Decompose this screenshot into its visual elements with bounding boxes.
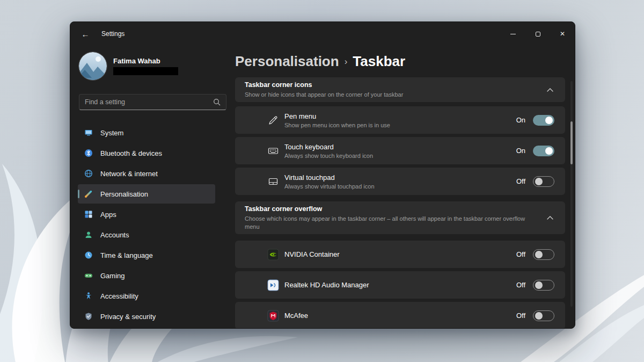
touch-keyboard-toggle[interactable]	[533, 146, 554, 156]
sidebar-item-label: Network & internet	[100, 170, 158, 178]
setting-row-virtual-touchpad: Virtual touchpad Always show virtual tou…	[235, 168, 565, 195]
back-arrow-icon: ←	[82, 30, 90, 39]
sidebar-item-time-language[interactable]: Time & language	[78, 245, 215, 265]
maximize-icon	[536, 32, 540, 37]
user-profile: Fatima Wahab	[70, 46, 235, 80]
sidebar-item-label: Privacy & security	[100, 313, 156, 321]
sidebar-item-label: Personalisation	[100, 190, 148, 198]
accounts-icon	[84, 230, 93, 239]
settings-window: ← Settings ✕	[70, 21, 575, 329]
section-taskbar-corner-overflow[interactable]: Taskbar corner overflow Choose which ico…	[235, 201, 565, 234]
row-title: NVIDIA Container	[284, 250, 340, 259]
setting-row-touch-keyboard: Touch keyboard Always show touch keyboar…	[235, 137, 565, 164]
pen-menu-toggle[interactable]	[533, 115, 554, 126]
section-subtitle: Choose which icons may appear in the tas…	[245, 215, 537, 231]
setting-row-realtek-hd-audio-manager: Realtek HD Audio Manager Off	[235, 271, 565, 299]
row-subtitle: Always show touch keyboard icon	[284, 152, 373, 160]
user-name: Fatima Wahab	[113, 57, 178, 66]
settings-cards: Taskbar corner icons Show or hide icons …	[235, 77, 565, 329]
section-taskbar-corner-icons[interactable]: Taskbar corner icons Show or hide icons …	[235, 77, 565, 102]
row-subtitle: Show pen menu icon when pen is in use	[284, 121, 390, 129]
sidebar-nav: System Bluetooth & devices Network & int…	[70, 123, 235, 326]
toggle-state-label: Off	[516, 250, 525, 258]
section-subtitle: Show or hide icons that appear on the co…	[245, 91, 537, 99]
minimize-icon	[510, 34, 516, 34]
close-button[interactable]: ✕	[550, 22, 575, 46]
row-text: Virtual touchpad Always show virtual tou…	[284, 173, 375, 190]
nvidia-icon	[267, 249, 279, 260]
titlebar: ← Settings ✕	[70, 22, 575, 46]
scrollbar-thumb[interactable]	[570, 121, 573, 164]
virtual-touchpad-toggle[interactable]	[533, 176, 554, 187]
row-text: Touch keyboard Always show touch keyboar…	[284, 142, 373, 160]
sidebar-item-privacy-security[interactable]: Privacy & security	[78, 307, 215, 326]
mcafee-toggle[interactable]	[533, 310, 554, 321]
page-title: Taskbar	[353, 52, 405, 70]
row-text: NVIDIA Container	[284, 250, 340, 259]
sidebar-item-label: System	[100, 129, 123, 137]
row-title: Pen menu	[284, 112, 390, 121]
sidebar-item-apps[interactable]: Apps	[78, 205, 215, 224]
setting-row-nvidia-container: NVIDIA Container Off	[235, 241, 565, 268]
toggle-state-label: On	[516, 116, 525, 124]
maximize-button[interactable]	[525, 22, 550, 46]
network-icon	[84, 169, 93, 178]
toggle-state-label: Off	[516, 177, 525, 185]
sidebar-item-accounts[interactable]: Accounts	[78, 225, 215, 244]
toggle-knob	[535, 281, 543, 289]
window-controls: ✕	[501, 22, 575, 46]
sidebar-item-accessibility[interactable]: Accessibility	[78, 286, 215, 306]
sidebar-item-label: Apps	[100, 211, 116, 219]
row-title: McAfee	[284, 311, 308, 320]
privacy-icon	[84, 312, 93, 321]
sidebar-item-label: Accounts	[100, 231, 129, 239]
chevron-up-icon[interactable]	[545, 86, 555, 94]
toggle-knob	[545, 117, 553, 124]
system-icon	[84, 128, 93, 137]
toggle-knob	[545, 147, 553, 155]
close-icon: ✕	[560, 31, 565, 37]
mcafee-icon	[267, 310, 279, 322]
row-right: Off	[516, 310, 554, 321]
sidebar-item-bluetooth-devices[interactable]: Bluetooth & devices	[78, 143, 215, 163]
section-title: Taskbar corner icons	[245, 81, 537, 90]
section-text: Taskbar corner icons Show or hide icons …	[245, 81, 545, 99]
sidebar-item-system[interactable]: System	[78, 123, 215, 142]
pen-icon	[267, 114, 279, 126]
breadcrumb-parent[interactable]: Personalisation	[235, 52, 339, 70]
sidebar-item-label: Bluetooth & devices	[100, 149, 162, 157]
avatar	[79, 52, 107, 80]
chevron-up-icon[interactable]	[545, 214, 555, 222]
search-icon	[213, 98, 221, 106]
nvidia-container-toggle[interactable]	[533, 249, 554, 260]
accessibility-icon	[84, 292, 93, 300]
back-button[interactable]: ←	[75, 25, 96, 43]
main-content: Personalisation › Taskbar Taskbar corner…	[235, 46, 565, 328]
scrollbar[interactable]	[570, 81, 573, 307]
row-right: On	[516, 146, 554, 156]
realtek-hd-audio-manager-toggle[interactable]	[533, 280, 554, 291]
toggle-knob	[535, 251, 543, 258]
row-subtitle: Always show virtual touchpad icon	[284, 183, 375, 190]
sidebar-item-personalisation[interactable]: Personalisation	[78, 184, 215, 204]
sidebar: Fatima Wahab System Bluetooth & dev	[70, 46, 235, 328]
section-text: Taskbar corner overflow Choose which ico…	[245, 205, 545, 231]
search-box	[79, 94, 226, 110]
breadcrumb: Personalisation › Taskbar	[235, 51, 565, 71]
gaming-icon	[84, 271, 93, 280]
sidebar-item-network-internet[interactable]: Network & internet	[78, 164, 215, 183]
minimize-button[interactable]	[501, 22, 525, 46]
user-meta: Fatima Wahab	[113, 57, 178, 75]
sidebar-item-gaming[interactable]: Gaming	[78, 266, 215, 285]
toggle-state-label: On	[516, 147, 525, 155]
breadcrumb-separator-icon: ›	[345, 53, 348, 71]
row-right: Off	[516, 176, 554, 187]
row-title: Virtual touchpad	[284, 173, 375, 182]
apps-icon	[84, 210, 93, 219]
setting-row-mcafee: McAfee Off	[235, 302, 565, 329]
time-language-icon	[84, 251, 93, 259]
section-title: Taskbar corner overflow	[245, 205, 537, 214]
virtual-touchpad-icon	[267, 176, 279, 187]
toggle-state-label: Off	[516, 281, 525, 289]
search-input[interactable]	[85, 98, 213, 106]
